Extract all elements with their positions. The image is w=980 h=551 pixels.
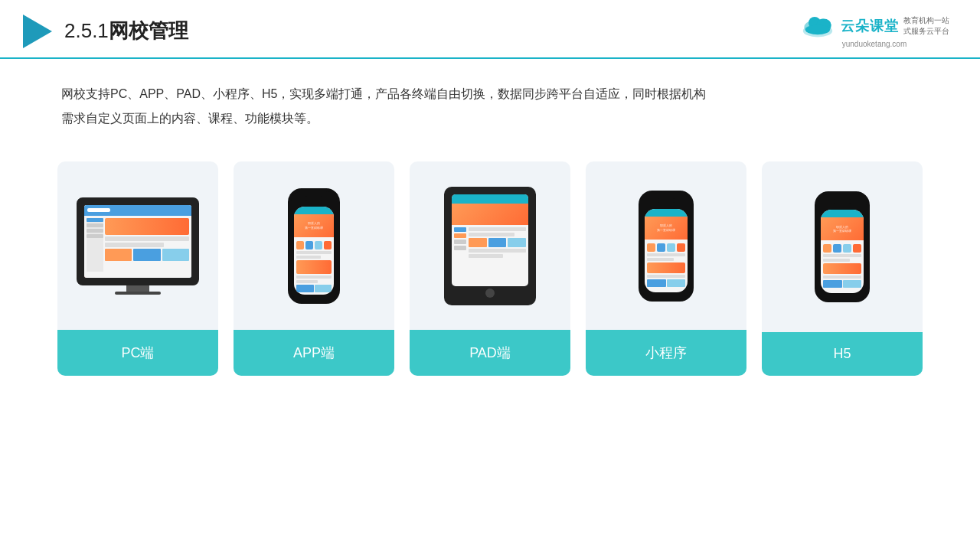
card-h5: 职涯人的第一堂训练课 xyxy=(762,161,923,376)
logo-name: 云朵课堂 xyxy=(841,17,899,35)
cards-container: PC端 职涯人的第一堂训练课 xyxy=(0,139,980,391)
logo-cloud: 云朵课堂 教育机构一站 式服务云平台 xyxy=(799,14,949,38)
card-app-label: APP端 xyxy=(234,330,394,376)
page-title: 2.5.1网校管理 xyxy=(64,18,188,44)
logo-domain: yunduoketang.com xyxy=(842,40,907,48)
card-app: 职涯人的第一堂训练课 xyxy=(234,161,394,376)
card-miniprogram-image: 职涯人的第一堂训练课 xyxy=(586,161,746,330)
h5-screen: 职涯人的第一堂训练课 xyxy=(821,210,864,293)
phone-notch-3 xyxy=(834,199,851,204)
card-pc-image xyxy=(57,161,218,330)
description-text: 网校支持PC、APP、PAD、小程序、H5，实现多端打通，产品各终端自由切换，数… xyxy=(61,82,919,131)
card-app-image: 职涯人的第一堂训练课 xyxy=(234,161,394,330)
card-pad: PAD端 xyxy=(410,161,570,376)
card-miniprogram: 职涯人的第一堂训练课 xyxy=(586,161,746,376)
app-phone-mockup: 职涯人的第一堂训练课 xyxy=(288,188,340,304)
card-h5-label: H5 xyxy=(762,332,923,376)
phone-notch xyxy=(305,196,322,201)
svg-point-5 xyxy=(805,24,830,34)
logo-area: 云朵课堂 教育机构一站 式服务云平台 yunduoketang.com xyxy=(799,14,949,48)
card-pc-label: PC端 xyxy=(57,330,218,376)
card-h5-image: 职涯人的第一堂训练课 xyxy=(762,161,923,332)
tablet-home-btn xyxy=(485,289,495,298)
card-pad-label: PAD端 xyxy=(410,330,570,376)
card-pc: PC端 xyxy=(57,161,218,376)
title-text: 网校管理 xyxy=(109,19,188,42)
pc-mockup xyxy=(77,197,199,295)
description-section: 网校支持PC、APP、PAD、小程序、H5，实现多端打通，产品各终端自由切换，数… xyxy=(0,59,980,139)
tablet-mockup xyxy=(444,187,536,305)
header-left: 2.5.1网校管理 xyxy=(23,15,188,48)
h5-phone-mockup: 职涯人的第一堂训练课 xyxy=(815,191,870,302)
phone-screen: 职涯人的第一堂训练课 xyxy=(294,207,334,295)
header: 2.5.1网校管理 云朵课堂 教育机构一站 式服务云平台 yunduoketan… xyxy=(0,0,980,59)
miniprogram-screen: 职涯人的第一堂训练课 xyxy=(645,209,688,292)
phone-notch-2 xyxy=(658,198,675,203)
tablet-screen xyxy=(452,194,528,286)
title-number: 2.5.1 xyxy=(64,19,109,42)
cloud-icon xyxy=(799,14,836,38)
logo-tagline: 教育机构一站 式服务云平台 xyxy=(903,15,949,37)
miniprogram-phone-mockup: 职涯人的第一堂训练课 xyxy=(639,191,694,302)
play-icon xyxy=(23,15,52,48)
card-miniprogram-label: 小程序 xyxy=(586,330,746,376)
card-pad-image xyxy=(410,161,570,330)
